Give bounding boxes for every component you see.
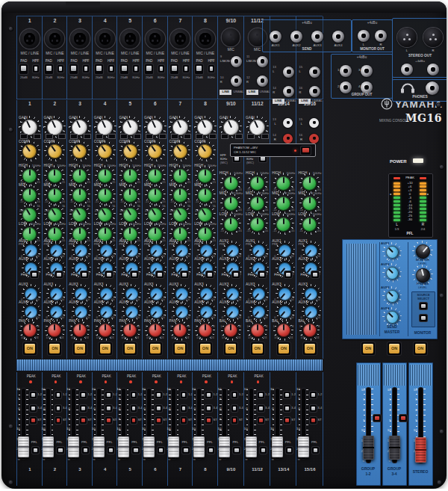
ch7-pfl-button[interactable] [182, 447, 190, 454]
ch7-fader[interactable] [168, 436, 179, 457]
ch5-fader[interactable] [118, 436, 129, 457]
ch9/10-pan-knob[interactable] [224, 324, 237, 337]
ch13/14-on-button[interactable]: ON [277, 342, 290, 355]
ch7-assign-1-2[interactable] [181, 392, 187, 398]
ch15/16-pfl-button[interactable] [312, 447, 320, 454]
ch8-assign-3-4[interactable] [205, 405, 212, 412]
ch11/12-mid-knob[interactable] [250, 197, 264, 211]
source-select-switch-1[interactable] [420, 303, 427, 309]
ch8-fader[interactable] [193, 436, 205, 457]
ch2-assign-1-2[interactable] [55, 392, 62, 398]
ch3-assign-ST[interactable] [80, 417, 87, 424]
ch15/16-high-knob[interactable] [302, 176, 317, 191]
pad-switch-ch8[interactable] [195, 64, 203, 74]
ch2-pfl-button[interactable] [57, 447, 64, 454]
ch11/12-on-button[interactable]: ON [251, 342, 264, 355]
ch4-pre-switch[interactable] [105, 271, 113, 278]
ch3-pre-switch[interactable] [81, 271, 88, 278]
ch13/14-high-knob[interactable] [276, 176, 290, 191]
ch9/10-low-knob[interactable] [224, 217, 238, 232]
ch8-on-button[interactable]: ON [199, 342, 212, 355]
ch4-assign-1-2[interactable] [105, 392, 112, 398]
ch5-on-button[interactable]: ON [123, 342, 137, 355]
ch9/10-on-button[interactable]: ON [224, 342, 237, 355]
ch2-on-button[interactable]: ON [48, 342, 61, 355]
ch9/10-mid-knob[interactable] [224, 197, 238, 211]
ch5-assign-1-2[interactable] [131, 392, 137, 398]
ch2-fader[interactable] [43, 436, 54, 457]
ch8-pfl-button[interactable] [208, 447, 215, 454]
hpf-switch-ch3[interactable] [83, 65, 89, 72]
ch1-assign-3-4[interactable] [30, 405, 37, 412]
ch9/10-pre-switch[interactable] [232, 271, 240, 278]
hpf-switch-ch5[interactable] [133, 65, 139, 72]
ch6-pfl-button[interactable] [158, 447, 165, 454]
ch9/10-assign-ST[interactable] [231, 417, 238, 424]
pad-switch-ch2[interactable] [45, 64, 53, 74]
ch4-pan-knob[interactable] [99, 324, 112, 337]
ch1-assign-ST[interactable] [30, 417, 37, 424]
ch6-assign-3-4[interactable] [155, 405, 162, 412]
ch2-assign-3-4[interactable] [55, 405, 62, 412]
ch3-pan-knob[interactable] [73, 324, 87, 337]
pad-switch-ch1[interactable] [19, 64, 28, 74]
ch3-pfl-button[interactable] [82, 447, 90, 454]
ch11/12-assign-3-4[interactable] [258, 405, 264, 412]
ch15/16-pan-knob[interactable] [303, 324, 317, 337]
ch1-assign-1-2[interactable] [30, 392, 37, 398]
hpf-switch-ch7[interactable] [183, 65, 189, 72]
ch15/16-assign-ST[interactable] [310, 417, 317, 424]
ch9/10-pfl-button[interactable] [233, 447, 240, 454]
pad-switch-ch7[interactable] [170, 64, 178, 74]
pad-switch-ch3[interactable] [69, 64, 78, 74]
ch11/12-pre-switch[interactable] [258, 271, 266, 278]
ch15/16-pre-switch[interactable] [311, 271, 319, 278]
hpf-switch-ch8[interactable] [208, 65, 214, 72]
ch13/14-assign-1-2[interactable] [284, 392, 290, 398]
ch5-pan-knob[interactable] [123, 324, 137, 337]
ch6-pan-knob[interactable] [149, 324, 162, 337]
ch11/12-assign-ST[interactable] [258, 417, 264, 424]
ch7-pan-knob[interactable] [173, 324, 187, 337]
ch3-fader[interactable] [68, 436, 79, 457]
ch15/16-low-knob[interactable] [302, 217, 317, 232]
ch6-assign-1-2[interactable] [155, 392, 162, 398]
stereo-fader[interactable] [415, 437, 426, 463]
ch13/14-low-knob[interactable] [276, 217, 290, 232]
ch5-pre-switch[interactable] [131, 271, 138, 278]
ch1-pan-knob[interactable] [23, 324, 37, 337]
ch3-assign-3-4[interactable] [80, 405, 87, 412]
ch13/14-mid-knob[interactable] [276, 197, 290, 211]
ch15/16-assign-3-4[interactable] [310, 405, 317, 412]
ch15/16-fader[interactable] [298, 436, 309, 457]
ch1-pfl-button[interactable] [32, 447, 40, 454]
ch7-assign-ST[interactable] [181, 417, 187, 424]
ch9/10-assign-1-2[interactable] [231, 392, 238, 398]
ch4-pfl-button[interactable] [108, 447, 115, 454]
ch9/10-assign-3-4[interactable] [231, 405, 238, 412]
pad-switch-ch6[interactable] [145, 64, 153, 74]
ch6-assign-ST[interactable] [155, 417, 162, 424]
ch3-on-button[interactable]: ON [73, 342, 87, 355]
hpf-switch-ch4[interactable] [108, 65, 114, 72]
ch7-on-button[interactable]: ON [173, 342, 187, 355]
group-1-2-on-button[interactable]: ON [361, 342, 375, 355]
ch4-fader[interactable] [93, 436, 105, 457]
ch1-pre-switch[interactable] [31, 271, 38, 278]
ch1-on-button[interactable]: ON [23, 342, 37, 355]
ch13/14-fader[interactable] [272, 436, 283, 457]
ch13/14-assign-ST[interactable] [284, 417, 290, 424]
group-3-4-fader[interactable] [389, 436, 400, 460]
ch7-pre-switch[interactable] [181, 271, 188, 278]
ch11/12-pan-knob[interactable] [251, 324, 264, 337]
ch4-on-button[interactable]: ON [99, 342, 112, 355]
ch2-pre-switch[interactable] [55, 271, 63, 278]
ch15/16-on-button[interactable]: ON [303, 342, 317, 355]
pad-switch-ch4[interactable] [95, 64, 103, 74]
ch1-fader[interactable] [18, 436, 29, 457]
ch11/12-pfl-button[interactable] [260, 447, 267, 454]
ch8-assign-1-2[interactable] [205, 392, 212, 398]
hpf-switch-ch2[interactable] [57, 65, 63, 72]
ch8-pan-knob[interactable] [199, 324, 212, 337]
ch15/16-mid-knob[interactable] [302, 197, 317, 211]
